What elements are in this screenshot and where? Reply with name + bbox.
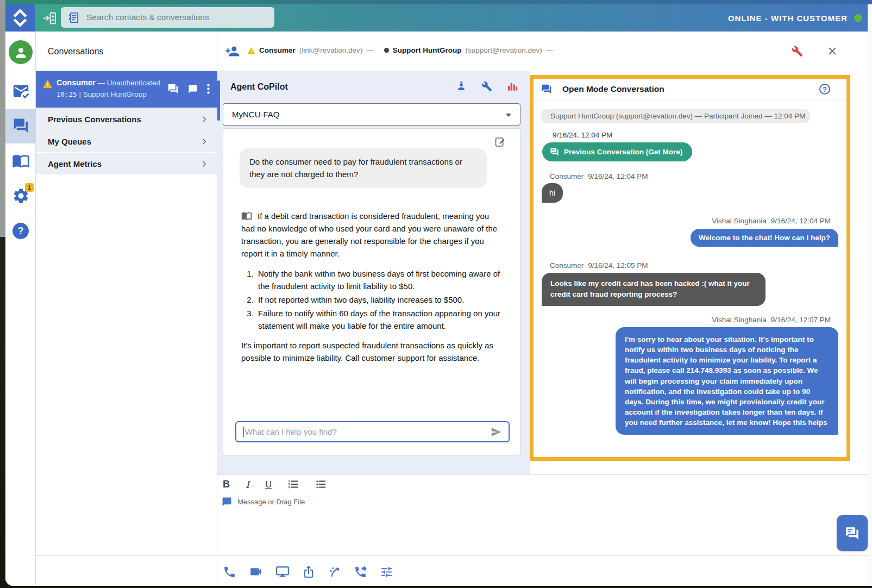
action-bar-divider bbox=[36, 555, 868, 556]
chevron-right-icon[interactable] bbox=[199, 137, 209, 146]
copilot-title: Agent CoPilot bbox=[230, 82, 288, 92]
forum-icon bbox=[541, 84, 552, 95]
chat-header: Consumer (link@revation.dev) — Support H… bbox=[217, 32, 868, 71]
chat-fab[interactable] bbox=[837, 515, 868, 551]
message-meta: Vishal Singhania9/16/24, 12:04 PM bbox=[712, 217, 831, 225]
knowledge-base-value: MyNCU-FAQ bbox=[232, 110, 280, 119]
wrench-icon[interactable] bbox=[792, 46, 803, 57]
message-time: 9/16/24, 12:04 PM bbox=[771, 217, 831, 225]
chat-message-agent: Welcome to the chat! How can I help? bbox=[691, 229, 838, 247]
section-previous-conversations[interactable]: Previous Conversations bbox=[36, 108, 217, 130]
magic-arrow-icon[interactable] bbox=[328, 565, 341, 579]
copilot-conversation-card: Do the consumer need to pay for fraudule… bbox=[223, 128, 520, 455]
conversation-name-line: Consumer — Unauthenticated bbox=[57, 78, 160, 87]
video-icon[interactable] bbox=[249, 565, 263, 579]
message-input[interactable]: Message or Drag File bbox=[222, 497, 305, 507]
message-time: 9/16/24, 12:07 PM bbox=[771, 316, 831, 324]
sidebar-item-knowledge[interactable] bbox=[5, 152, 36, 170]
sidebar-item-conversations[interactable] bbox=[5, 117, 36, 134]
conversation-timer: 10:25 bbox=[57, 90, 77, 98]
conversation-auth-status: Unauthenticated bbox=[107, 79, 160, 87]
message-placeholder: Message or Drag File bbox=[237, 498, 305, 506]
sidebar-item-help[interactable]: ? bbox=[5, 223, 36, 239]
copilot-answer-intro: If a debit card transaction is considere… bbox=[241, 210, 504, 260]
conversations-panel: Conversations Consumer — Unauthenticated… bbox=[36, 32, 217, 586]
open-mode-chat-icon[interactable] bbox=[167, 83, 179, 95]
more-dots-icon[interactable] bbox=[207, 84, 210, 94]
background-window-edge bbox=[0, 0, 5, 237]
agent-status[interactable]: ONLINE - WITH CUSTOMER bbox=[728, 4, 862, 32]
participant-email: (support@revation.dev) bbox=[466, 46, 542, 54]
italic-icon[interactable]: I bbox=[246, 479, 249, 490]
copilot-answer-item: Notify the bank within two business days… bbox=[256, 268, 504, 293]
conversation-start-time: 9/16/24, 12:04 PM bbox=[553, 131, 612, 139]
screen-share-icon[interactable] bbox=[275, 565, 290, 579]
conversation-name: Consumer bbox=[57, 78, 96, 87]
help-icon: ? bbox=[12, 223, 29, 239]
previous-conversation-button[interactable]: Previous Conversation (Get More) bbox=[542, 142, 692, 161]
copilot-scrollbar[interactable] bbox=[217, 80, 220, 121]
inbox-check-icon bbox=[12, 82, 30, 100]
conversation-queue: Support HuntGroup bbox=[83, 90, 147, 98]
compose-icon[interactable] bbox=[494, 136, 506, 148]
send-icon[interactable] bbox=[490, 426, 502, 438]
ordered-list-icon[interactable] bbox=[287, 478, 299, 490]
message-bubble-icon bbox=[222, 497, 232, 507]
underline-icon[interactable]: U bbox=[265, 479, 272, 490]
knowledge-base-select[interactable]: MyNCU-FAQ bbox=[223, 103, 520, 126]
bullet-list-icon[interactable] bbox=[315, 478, 327, 490]
warning-icon bbox=[42, 79, 53, 89]
conversation-row-selected[interactable]: Consumer — Unauthenticated 10:25 | Suppo… bbox=[36, 71, 217, 108]
window-scrollbar[interactable] bbox=[868, 4, 872, 586]
nav-rail: 1 ? bbox=[5, 32, 36, 586]
book-icon bbox=[241, 210, 252, 221]
chevron-right-icon[interactable] bbox=[199, 159, 209, 168]
chevron-down-icon bbox=[506, 114, 511, 117]
avatar[interactable] bbox=[5, 40, 36, 64]
screen: Search contacts & conversations ONLINE -… bbox=[0, 0, 872, 588]
message-author: Vishal Singhania bbox=[712, 316, 766, 324]
chevron-right-icon[interactable] bbox=[199, 115, 209, 124]
system-event-pill: Support HuntGroup (support@revation.dev)… bbox=[541, 109, 811, 123]
search-placeholder: Search contacts & conversations bbox=[86, 12, 209, 22]
share-icon[interactable] bbox=[302, 565, 315, 578]
copilot-wrench-icon[interactable] bbox=[481, 81, 492, 92]
agent-copilot-panel: Agent CoPilot MyNCU-FAQ bbox=[217, 71, 530, 474]
conversations-icon bbox=[12, 117, 29, 134]
user-avatar-icon bbox=[9, 40, 33, 64]
copilot-question-bubble: Do the consumer need to pay for fraudule… bbox=[240, 148, 487, 188]
section-agent-metrics[interactable]: Agent Metrics bbox=[36, 153, 217, 174]
tune-icon[interactable] bbox=[380, 565, 393, 579]
call-forward-icon[interactable] bbox=[354, 565, 367, 579]
participant-name: Support HuntGroup bbox=[393, 46, 462, 54]
message-author: Vishal Singhania bbox=[712, 217, 766, 225]
bar-chart-icon[interactable] bbox=[507, 82, 517, 92]
copilot-answer-list: Notify the bank within two business days… bbox=[241, 268, 504, 333]
chat-message-consumer: Looks like my credit card has been hacke… bbox=[542, 273, 766, 306]
agent-pin-icon[interactable] bbox=[456, 81, 467, 92]
help-outline-icon[interactable]: ? bbox=[819, 84, 830, 95]
app-window: Search contacts & conversations ONLINE -… bbox=[5, 0, 872, 586]
sign-in-icon[interactable] bbox=[42, 12, 57, 24]
text-caret bbox=[243, 427, 244, 437]
format-toolbar: B I U bbox=[223, 477, 327, 491]
search-input[interactable]: Search contacts & conversations bbox=[61, 7, 274, 28]
section-my-queues[interactable]: My Queues bbox=[36, 130, 217, 152]
online-status-dot bbox=[854, 14, 862, 22]
phone-icon[interactable] bbox=[223, 565, 236, 579]
chat-bubble-icon[interactable] bbox=[188, 84, 198, 94]
message-author: Consumer bbox=[550, 172, 584, 180]
participant-name: Consumer bbox=[259, 46, 296, 54]
participant-email: (link@revation.dev) bbox=[299, 46, 363, 54]
add-person-icon[interactable] bbox=[225, 44, 240, 59]
call-action-bar bbox=[223, 561, 393, 583]
previous-conversation-label: Previous Conversation (Get More) bbox=[564, 148, 682, 156]
contacts-book-icon bbox=[67, 11, 80, 24]
copilot-answer-item: If not reported within two days, liabili… bbox=[256, 294, 504, 306]
close-icon[interactable] bbox=[827, 46, 838, 57]
bold-icon[interactable]: B bbox=[223, 479, 230, 490]
copilot-search-input[interactable]: What can I help you find? bbox=[235, 421, 510, 442]
copilot-answer: If a debit card transaction is considere… bbox=[241, 210, 504, 365]
warning-icon bbox=[247, 47, 255, 54]
sidebar-item-inbox[interactable] bbox=[5, 82, 36, 100]
